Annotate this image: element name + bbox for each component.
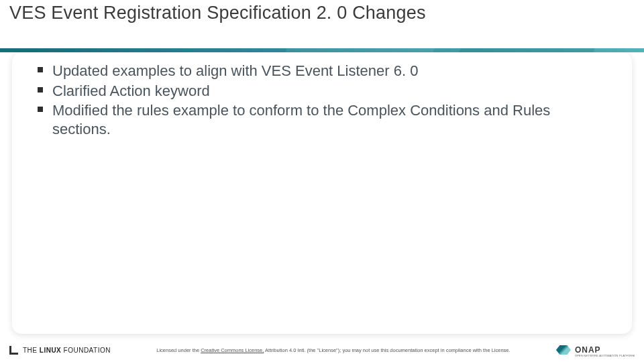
lf-prefix: THE (23, 347, 38, 354)
lf-suffix: FOUNDATION (64, 347, 111, 354)
slide-title: VES Event Registration Specification 2. … (9, 3, 426, 23)
list-item: Modified the rules example to conform to… (35, 101, 609, 138)
onap-name: ONAP (575, 345, 601, 355)
onap-tagline: OPEN NETWORK AUTOMATION PLATFORM (575, 354, 635, 357)
content-card: Updated examples to align with VES Event… (12, 52, 632, 334)
list-item: Clarified Action keyword (35, 82, 609, 101)
onap-icon (556, 345, 571, 355)
onap-logo: ONAP OPEN NETWORK AUTOMATION PLATFORM (556, 343, 635, 357)
onap-text-block: ONAP OPEN NETWORK AUTOMATION PLATFORM (575, 343, 635, 357)
linux-foundation-logo: THE LINUX FOUNDATION (9, 345, 111, 355)
bullet-list: Updated examples to align with VES Event… (35, 62, 609, 138)
license-suffix: Attribution 4.0 Intl. (the "License"); y… (264, 347, 510, 353)
title-bar: VES Event Registration Specification 2. … (0, 0, 644, 48)
list-item: Updated examples to align with VES Event… (35, 62, 609, 80)
linux-foundation-text: THE LINUX FOUNDATION (23, 347, 111, 354)
footer: THE LINUX FOUNDATION Licensed under the … (0, 338, 644, 362)
license-link: Creative Commons License, (201, 347, 264, 353)
slide: VES Event Registration Specification 2. … (0, 0, 644, 362)
linux-foundation-icon (9, 345, 19, 355)
lf-bold: LINUX (40, 347, 62, 354)
license-text: Licensed under the Creative Commons Lice… (111, 347, 556, 353)
license-prefix: Licensed under the (156, 347, 201, 353)
